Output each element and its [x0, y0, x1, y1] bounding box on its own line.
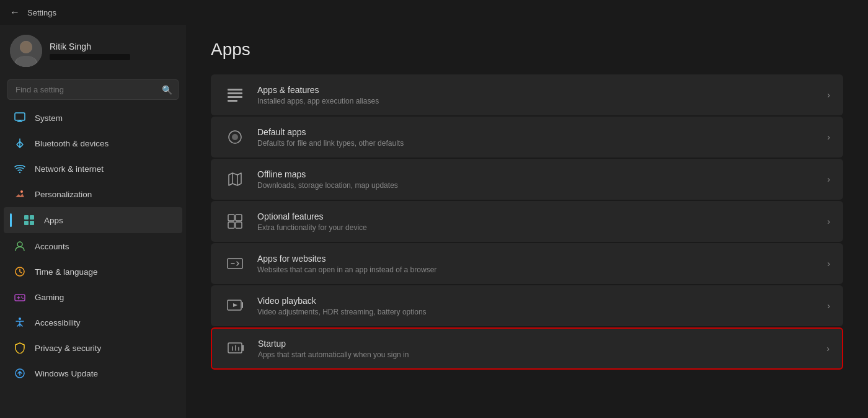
offline-maps-chevron: ›: [827, 174, 830, 184]
winupdate-icon: [14, 367, 26, 380]
svg-point-3: [20, 41, 32, 53]
avatar: [10, 35, 42, 67]
optional-features-text: Optional features Extra functionality fo…: [257, 211, 816, 232]
sidebar-item-time[interactable]: Time & language: [4, 259, 182, 284]
video-playback-chevron: ›: [827, 301, 830, 311]
sidebar-item-label-winupdate: Windows Update: [35, 369, 98, 378]
sidebar-item-label-apps: Apps: [44, 216, 63, 225]
user-name: Ritik Singh: [50, 42, 130, 51]
bluetooth-icon: [14, 137, 26, 149]
default-apps-text: Default apps Defaults for file and link …: [257, 127, 816, 148]
accessibility-icon: [14, 316, 26, 329]
video-playback-icon: [224, 295, 246, 317]
page-title: Apps: [211, 40, 843, 60]
optional-features-name: Optional features: [257, 211, 816, 221]
setting-item-optional-features[interactable]: Optional features Extra functionality fo…: [211, 201, 843, 242]
svg-rect-30: [236, 222, 242, 228]
offline-maps-text: Offline maps Downloads, storage location…: [257, 169, 816, 190]
optional-features-icon: [224, 210, 246, 233]
apps-features-text: Apps & features Installed apps, app exec…: [257, 85, 816, 105]
sidebar-item-privacy[interactable]: Privacy & security: [4, 336, 182, 360]
apps-features-chevron: ›: [827, 90, 830, 100]
nav-list: System Bluetooth & devices: [0, 105, 186, 386]
main-layout: Ritik Singh 🔍 System: [0, 25, 868, 418]
startup-desc: Apps that start automatically when you s…: [258, 350, 815, 359]
sidebar-item-winupdate[interactable]: Windows Update: [4, 361, 182, 386]
setting-item-offline-maps[interactable]: Offline maps Downloads, storage location…: [211, 159, 843, 200]
svg-rect-33: [228, 343, 242, 353]
apps-features-icon: [224, 84, 246, 106]
svg-rect-23: [228, 96, 242, 98]
startup-chevron: ›: [826, 344, 830, 354]
sidebar-item-network[interactable]: Network & internet: [4, 156, 182, 181]
setting-item-default-apps[interactable]: Default apps Defaults for file and link …: [211, 117, 843, 158]
sidebar-item-label-network: Network & internet: [35, 164, 104, 174]
sidebar-item-bluetooth[interactable]: Bluetooth & devices: [4, 131, 182, 156]
content-area: Apps Apps & features Installed apps, app…: [186, 25, 868, 418]
svg-rect-28: [236, 215, 242, 221]
setting-item-apps-features[interactable]: Apps & features Installed apps, app exec…: [211, 74, 843, 115]
time-icon: [14, 265, 26, 278]
offline-maps-desc: Downloads, storage location, map updates: [257, 181, 816, 190]
apps-websites-icon: [224, 252, 246, 275]
titlebar: ← Settings: [0, 0, 868, 25]
user-profile[interactable]: Ritik Singh: [0, 25, 186, 79]
svg-rect-27: [228, 215, 234, 221]
gaming-icon: [14, 291, 26, 303]
svg-point-19: [19, 318, 21, 320]
sidebar-item-label-accounts: Accounts: [35, 242, 69, 251]
sidebar-item-system[interactable]: System: [4, 105, 182, 130]
active-indicator: [10, 213, 12, 227]
video-playback-desc: Video adjustments, HDR streaming, batter…: [257, 308, 816, 316]
sidebar-item-label-bluetooth: Bluetooth & devices: [35, 139, 108, 148]
svg-rect-24: [228, 100, 237, 102]
apps-websites-name: Apps for websites: [257, 254, 816, 264]
svg-rect-29: [228, 222, 234, 228]
system-icon: [14, 112, 26, 124]
svg-rect-5: [15, 113, 25, 120]
sidebar: Ritik Singh 🔍 System: [0, 25, 186, 418]
user-name-block: Ritik Singh: [50, 42, 130, 60]
svg-point-17: [21, 296, 22, 298]
default-apps-icon: [224, 126, 246, 148]
svg-point-9: [20, 190, 23, 193]
offline-maps-icon: [224, 168, 246, 190]
optional-features-chevron: ›: [827, 216, 830, 226]
startup-icon: [224, 337, 247, 360]
svg-point-26: [232, 134, 238, 140]
sidebar-item-label-accessibility: Accessibility: [35, 318, 81, 327]
setting-item-apps-websites[interactable]: Apps for websites Websites that can open…: [211, 243, 843, 284]
sidebar-item-gaming[interactable]: Gaming: [4, 285, 182, 309]
search-box[interactable]: 🔍: [7, 79, 179, 100]
startup-name: Startup: [258, 339, 815, 349]
startup-text: Startup Apps that start automatically wh…: [258, 339, 815, 359]
optional-features-desc: Extra functionality for your device: [257, 223, 816, 232]
sidebar-item-label-personalization: Personalization: [35, 190, 92, 199]
sidebar-item-personalization[interactable]: Personalization: [4, 182, 182, 207]
back-button[interactable]: ←: [10, 7, 20, 18]
network-icon: [14, 162, 26, 175]
setting-item-video-playback[interactable]: Video playback Video adjustments, HDR st…: [211, 285, 843, 326]
svg-rect-7: [19, 120, 21, 122]
default-apps-chevron: ›: [827, 132, 830, 142]
default-apps-desc: Defaults for file and link types, other …: [257, 139, 816, 148]
sidebar-item-apps[interactable]: Apps: [4, 207, 182, 233]
svg-rect-10: [24, 215, 29, 220]
sidebar-item-accounts[interactable]: Accounts: [4, 234, 182, 259]
sidebar-item-label-time: Time & language: [35, 267, 98, 277]
svg-rect-22: [228, 92, 242, 94]
sidebar-item-label-privacy: Privacy & security: [35, 344, 101, 353]
sidebar-item-label-gaming: Gaming: [35, 293, 64, 302]
apps-websites-chevron: ›: [827, 259, 830, 269]
sidebar-item-accessibility[interactable]: Accessibility: [4, 310, 182, 335]
setting-item-startup[interactable]: Startup Apps that start automatically wh…: [211, 327, 843, 370]
svg-rect-31: [228, 259, 242, 269]
svg-rect-12: [24, 221, 29, 225]
svg-rect-21: [228, 89, 242, 91]
apps-features-desc: Installed apps, app execution aliases: [257, 97, 816, 105]
search-input[interactable]: [7, 79, 179, 100]
video-playback-text: Video playback Video adjustments, HDR st…: [257, 296, 816, 316]
default-apps-name: Default apps: [257, 127, 816, 137]
apps-icon: [23, 214, 35, 226]
personalization-icon: [14, 188, 26, 200]
